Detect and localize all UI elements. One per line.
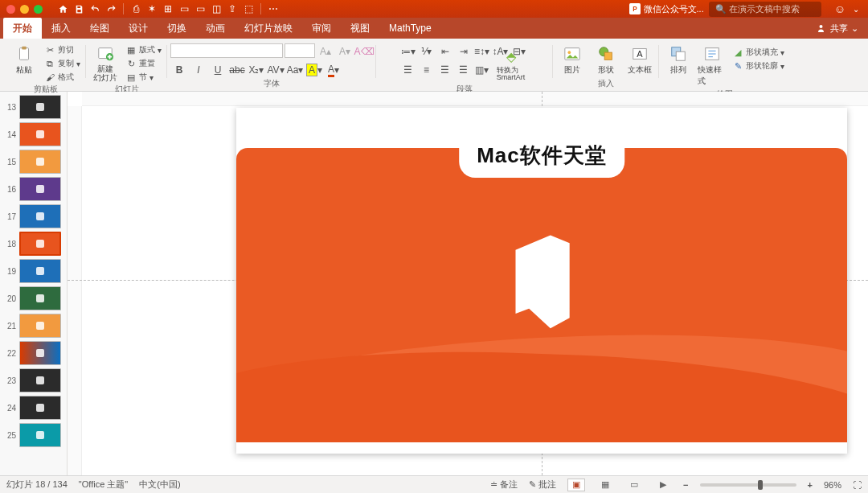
change-case-button[interactable]: Aa▾: [286, 62, 304, 78]
feedback-icon[interactable]: ☺: [834, 2, 845, 15]
qat-icon[interactable]: ⎙: [130, 3, 141, 14]
align-right-button[interactable]: ☰: [436, 62, 454, 78]
format-painter-button[interactable]: 🖌格式: [42, 71, 83, 84]
view-normal-button[interactable]: ▣: [567, 479, 585, 491]
thumb-15[interactable]: 15: [0, 148, 67, 175]
arrange-button[interactable]: 排列: [662, 43, 694, 77]
thumb-18[interactable]: 18: [0, 230, 67, 257]
qat-icon[interactable]: ▭: [194, 3, 206, 14]
char-spacing-button[interactable]: AV▾: [267, 62, 285, 78]
notes-button[interactable]: ≐ 备注: [490, 479, 518, 491]
thumb-20[interactable]: 20: [0, 285, 67, 312]
qat-icon[interactable]: ⬚: [243, 3, 254, 14]
home-icon[interactable]: [57, 3, 68, 14]
indent-inc-button[interactable]: ⇥: [455, 43, 473, 60]
section-button[interactable]: ▤节 ▾: [123, 71, 164, 84]
window-minimize-button[interactable]: [20, 5, 29, 14]
highlight-button[interactable]: A▾: [305, 62, 323, 78]
font-color-button[interactable]: A▾: [325, 62, 342, 78]
qat-icon[interactable]: ✶: [146, 3, 158, 14]
tab-slideshow[interactable]: 幻灯片放映: [235, 18, 302, 39]
zoom-slider[interactable]: [700, 483, 796, 487]
shrink-font-button[interactable]: A▾: [336, 43, 354, 60]
save-icon[interactable]: [73, 3, 84, 14]
bucket-icon: ◢: [732, 47, 743, 58]
copy-button[interactable]: ⧉复制 ▾: [42, 57, 83, 70]
view-reading-button[interactable]: ▭: [625, 479, 643, 491]
thumb-21[interactable]: 21: [0, 312, 67, 339]
search-input[interactable]: 🔍 在演示文稿中搜索: [709, 2, 821, 17]
strike-button[interactable]: abc: [228, 62, 246, 78]
layout-button[interactable]: ▦版式 ▾: [123, 43, 164, 56]
indent-dec-button[interactable]: ⇤: [436, 43, 454, 60]
thumb-25[interactable]: 25: [0, 421, 67, 449]
chevron-down-icon[interactable]: ⌄: [850, 3, 862, 14]
window-maximize-button[interactable]: [34, 5, 43, 14]
qat-icon[interactable]: ⊞: [162, 3, 174, 14]
fit-window-button[interactable]: ⛶: [853, 480, 862, 490]
line-spacing-button[interactable]: ≡↕▾: [473, 43, 491, 60]
italic-button[interactable]: I: [190, 62, 207, 78]
thumb-19[interactable]: 19: [0, 257, 67, 285]
zoom-percent[interactable]: 96%: [824, 480, 841, 490]
thumb-14[interactable]: 14: [0, 121, 67, 148]
tab-view[interactable]: 视图: [341, 18, 379, 39]
align-center-button[interactable]: ≡: [418, 62, 436, 78]
tab-transitions[interactable]: 切换: [158, 18, 196, 39]
font-family-combo[interactable]: [170, 43, 283, 58]
view-sorter-button[interactable]: ▦: [596, 479, 614, 491]
undo-icon[interactable]: [89, 3, 100, 14]
zoom-out-button[interactable]: −: [683, 480, 688, 490]
tab-design[interactable]: 设计: [119, 18, 158, 39]
svg-rect-3: [20, 48, 29, 60]
columns-button[interactable]: ▥▾: [473, 62, 491, 78]
picture-button[interactable]: 图片: [556, 43, 588, 77]
tab-home[interactable]: 开始: [3, 18, 42, 39]
redo-icon[interactable]: [105, 3, 117, 14]
window-close-button[interactable]: [6, 5, 15, 14]
thumb-13[interactable]: 13: [0, 93, 67, 121]
comments-button[interactable]: ✎ 批注: [529, 479, 556, 491]
quick-styles-button[interactable]: 快速样式: [696, 43, 728, 88]
bullets-button[interactable]: ≔▾: [399, 43, 417, 60]
clear-format-button[interactable]: A⌫: [355, 43, 373, 60]
share-button[interactable]: 共享 ⌄: [808, 18, 868, 39]
tab-insert[interactable]: 插入: [42, 18, 80, 39]
slide-canvas[interactable]: Mac软件天堂: [68, 92, 868, 475]
new-slide-button[interactable]: 新建 幻灯片: [89, 43, 121, 84]
shapes-button[interactable]: 形状: [590, 43, 622, 77]
subscript-button[interactable]: X₂▾: [248, 62, 265, 78]
reset-button[interactable]: ↻重置: [123, 57, 164, 70]
shape-outline-button[interactable]: ✎形状轮廓 ▾: [730, 60, 787, 72]
numbering-button[interactable]: ⅟▾: [418, 43, 436, 60]
grow-font-button[interactable]: A▴: [317, 43, 334, 60]
smartart-button[interactable]: ⬘ 转换为 SmartArt: [492, 46, 530, 84]
zoom-in-button[interactable]: +: [808, 480, 813, 490]
shape-fill-button[interactable]: ◢形状填充 ▾: [730, 46, 787, 59]
qat-icon[interactable]: ◫: [211, 3, 222, 14]
tab-review[interactable]: 审阅: [302, 18, 341, 39]
tab-draw[interactable]: 绘图: [80, 18, 119, 39]
tab-animations[interactable]: 动画: [196, 18, 235, 39]
thumb-22[interactable]: 22: [0, 339, 67, 367]
textbox-button[interactable]: A文本框: [624, 43, 656, 77]
tab-mathtype[interactable]: MathType: [379, 18, 441, 39]
slide[interactable]: Mac软件天堂: [236, 108, 847, 454]
justify-button[interactable]: ☰: [455, 62, 473, 78]
underline-button[interactable]: U: [209, 62, 227, 78]
paste-button[interactable]: 粘贴: [8, 43, 40, 77]
qat-icon[interactable]: ⋯: [268, 3, 279, 14]
slide-thumbnails[interactable]: 13 14 15 16 17 18 19 20 21 22 23 24 25: [0, 92, 68, 475]
view-slideshow-button[interactable]: ▶: [654, 479, 672, 491]
qat-icon[interactable]: ⇪: [227, 3, 238, 14]
align-left-button[interactable]: ☰: [399, 62, 417, 78]
thumb-23[interactable]: 23: [0, 367, 67, 394]
thumb-24[interactable]: 24: [0, 394, 67, 421]
cut-button[interactable]: ✂剪切: [42, 43, 83, 56]
language-status[interactable]: 中文(中国): [139, 479, 180, 491]
thumb-17[interactable]: 17: [0, 203, 67, 230]
qat-icon[interactable]: ▭: [178, 3, 190, 14]
font-size-combo[interactable]: [285, 43, 315, 58]
bold-button[interactable]: B: [170, 62, 188, 78]
thumb-16[interactable]: 16: [0, 175, 67, 203]
